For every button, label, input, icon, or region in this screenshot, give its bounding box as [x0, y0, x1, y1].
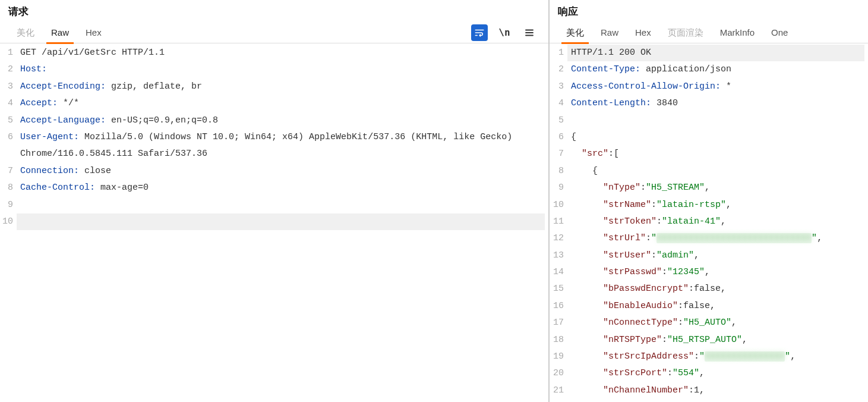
request-title: 请求	[0, 0, 548, 22]
code-line: {	[571, 129, 864, 146]
code-line: Accept-Encoding: gzip, deflate, br	[20, 78, 545, 95]
line-number: 4	[2, 95, 13, 112]
code-line: "nRTSPType":"H5_RTSP_AUTO",	[571, 332, 864, 348]
code-line: GET /api/v1/GetSrc HTTP/1.1	[20, 45, 545, 61]
line-number: 10	[552, 197, 564, 213]
line-number: 18	[552, 332, 564, 348]
line-number: 9	[2, 197, 13, 213]
code-line: "bPasswdEncrypt":false,	[571, 281, 864, 297]
tab-raw[interactable]: Raw	[592, 22, 627, 43]
tab-raw[interactable]: Raw	[43, 22, 77, 43]
code-line: Cache-Control: max-age=0	[20, 180, 545, 196]
tab-markinfo[interactable]: MarkInfo	[712, 22, 763, 43]
newline-icon[interactable]: \n	[496, 24, 513, 41]
code-line: "strUser":"admin",	[571, 247, 864, 264]
code-line	[571, 112, 864, 129]
line-number: 17	[552, 315, 564, 331]
code-line: Content-Length: 3840	[571, 95, 864, 112]
line-number	[2, 146, 13, 162]
line-number: 1	[2, 45, 13, 61]
code-line: "strName":"latain-rtsp",	[571, 197, 864, 213]
code-line: Connection: close	[20, 163, 545, 180]
request-code[interactable]: 12345678910 GET /api/v1/GetSrc HTTP/1.1H…	[0, 43, 548, 402]
line-number: 2	[552, 61, 564, 78]
code-line: Accept-Language: en-US;q=0.9,en;q=0.8	[20, 112, 545, 129]
line-number: 9	[552, 180, 564, 196]
line-number: 8	[2, 180, 13, 196]
hamburger-icon[interactable]	[521, 24, 538, 41]
line-number: 8	[552, 163, 564, 180]
line-number: 2	[2, 61, 13, 78]
code-line: Accept: */*	[20, 95, 545, 112]
code-line: "strUrl":"XXXXXXXXXXXXXXXXXXXXXXXXXXXXX"…	[571, 230, 864, 247]
response-code[interactable]: 123456789101112131415161718192021 HTTP/1…	[550, 43, 868, 402]
line-number: 3	[552, 78, 564, 95]
code-line: User-Agent: Mozilla/5.0 (Windows NT 10.0…	[20, 129, 545, 146]
code-line: "strToken":"latain-41",	[571, 213, 864, 230]
tab-hex[interactable]: Hex	[627, 22, 659, 43]
tab-render[interactable]: 页面渲染	[659, 22, 712, 43]
tab-one[interactable]: One	[763, 22, 796, 43]
line-number: 11	[552, 213, 564, 230]
code-line: HTTP/1.1 200 OK	[567, 45, 864, 61]
line-number: 21	[552, 382, 564, 399]
response-title: 响应	[550, 0, 868, 22]
request-panel: 请求 美化 Raw Hex \n 12345678910 GET /api/v1…	[0, 0, 550, 402]
code-line: "strSrcPort":"554",	[571, 365, 864, 382]
line-number: 13	[552, 247, 564, 264]
request-tabs: 美化 Raw Hex \n	[0, 22, 548, 43]
line-number: 16	[552, 298, 564, 315]
code-line: "nConnectType":"H5_AUTO",	[571, 315, 864, 331]
response-tabs: 美化 Raw Hex 页面渲染 MarkInfo One	[550, 22, 868, 43]
line-number: 1	[552, 45, 564, 61]
line-number: 20	[552, 365, 564, 382]
line-number: 15	[552, 281, 564, 297]
line-number: 4	[552, 95, 564, 112]
code-line	[20, 197, 545, 213]
tab-beautify[interactable]: 美化	[558, 22, 592, 43]
code-line: "strSrcIpAddress":"XXXXXXXXXXXXXXX",	[571, 348, 864, 365]
tab-beautify[interactable]: 美化	[8, 22, 43, 43]
word-wrap-icon[interactable]	[471, 24, 488, 41]
code-line: {	[571, 163, 864, 180]
response-panel: 响应 美化 Raw Hex 页面渲染 MarkInfo One 12345678…	[550, 0, 868, 402]
line-number: 6	[552, 129, 564, 146]
line-number: 12	[552, 230, 564, 247]
code-line: Host:	[20, 61, 545, 78]
line-number: 7	[2, 163, 13, 180]
code-line: Chrome/116.0.5845.111 Safari/537.36	[20, 146, 545, 162]
request-toolbar: \n	[471, 24, 540, 41]
code-line: "src":[	[571, 146, 864, 162]
line-number: 5	[2, 112, 13, 129]
tab-hex[interactable]: Hex	[77, 22, 110, 43]
code-line: Access-Control-Allow-Origin: *	[571, 78, 864, 95]
line-number: 10	[2, 213, 13, 230]
line-number: 19	[552, 348, 564, 365]
line-number: 7	[552, 146, 564, 162]
line-number: 6	[2, 129, 13, 146]
code-line	[17, 213, 545, 230]
line-number: 3	[2, 78, 13, 95]
code-line: Content-Type: application/json	[571, 61, 864, 78]
line-number: 14	[552, 264, 564, 281]
line-number: 5	[552, 112, 564, 129]
code-line: "strPasswd":"12345",	[571, 264, 864, 281]
code-line: "nChannelNumber":1,	[571, 382, 864, 399]
code-line: "nType":"H5_STREAM",	[571, 180, 864, 196]
code-line: "bEnableAudio":false,	[571, 298, 864, 315]
